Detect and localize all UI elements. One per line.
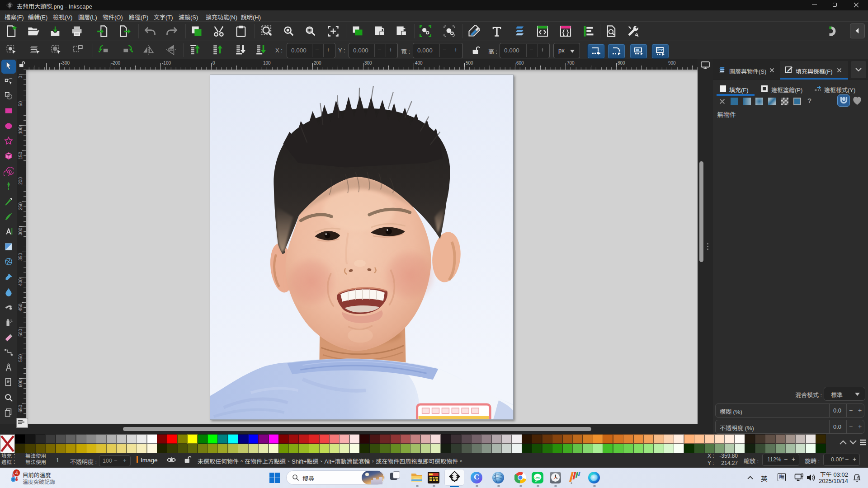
svg-text:LINE: LINE xyxy=(534,476,541,479)
